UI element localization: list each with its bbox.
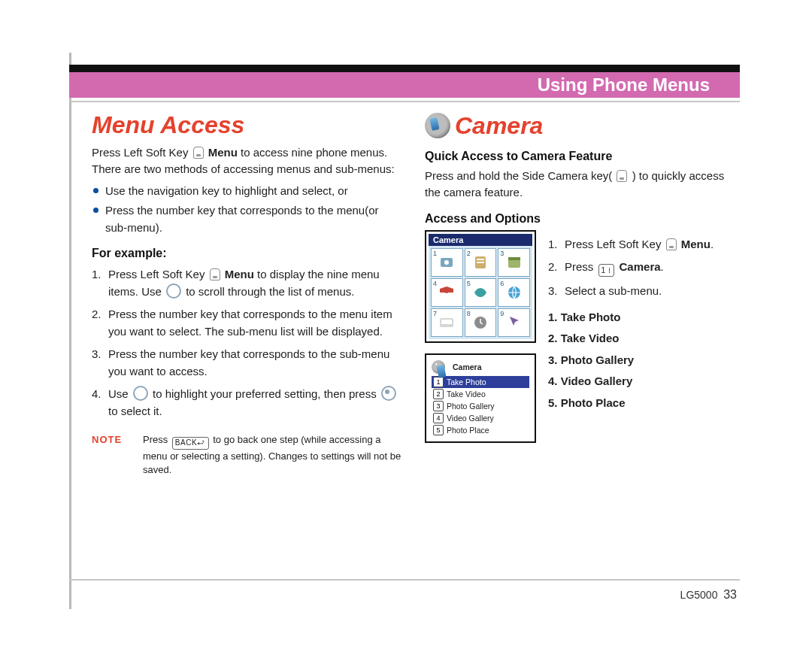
quick-access-text: Press and hold the Side Camera key( ) to… [425, 168, 735, 202]
menu-cell-5: 5 [465, 278, 497, 307]
banner-underline [69, 101, 740, 102]
svg-point-1 [444, 260, 449, 265]
quick-access-heading: Quick Access to Camera Feature [425, 150, 735, 163]
camera-submenu-list: 1. Take Photo 2. Take Video 3. Photo Gal… [548, 309, 735, 412]
camera-menu-row-5: 5Photo Place [432, 424, 529, 436]
cam-step-1: Press Left Soft Key Menu. [548, 236, 735, 253]
bullet-nav: Use the navigation key to highlight and … [92, 183, 402, 200]
ex-step-2: Press the number key that corresponds to… [92, 306, 402, 340]
nav-ring-icon [166, 283, 181, 299]
camera-menu-row-2: 2Take Video [432, 388, 529, 400]
col-left: Menu Access Press Left Soft Key Menu to … [92, 113, 402, 478]
camera-menu-row-1: 1Take Photo [432, 376, 529, 388]
footer-model: LG5000 [680, 589, 718, 601]
camera-menu-row-3: 3Photo Gallery [432, 400, 529, 412]
camera-round-icon [425, 113, 450, 138]
soft-key-icon [193, 147, 204, 159]
menu-access-heading: Menu Access [92, 113, 402, 138]
menu-cell-8: 8 [465, 308, 497, 337]
back-key-icon: BACK⮐ [172, 437, 209, 450]
col-right: Camera Quick Access to Camera Feature Pr… [425, 113, 735, 478]
cam-step-3: Select a sub-menu. [548, 283, 735, 300]
svg-rect-3 [477, 259, 484, 260]
cam-item-2: 2. Take Video [548, 330, 735, 347]
phone-screenshot-grid: Camera 1 2 3 4 5 6 7 8 9 [425, 230, 536, 343]
soft-key-icon [210, 268, 220, 280]
soft-key-icon [666, 238, 677, 250]
menu-cell-7: 7 [431, 308, 463, 337]
ex-step-1: Press Left Soft Key Menu to display the … [92, 266, 402, 300]
menu-cell-1: 1 [431, 248, 463, 277]
example-steps: Press Left Soft Key Menu to display the … [92, 266, 402, 420]
svg-rect-6 [508, 257, 520, 260]
ex-step-3: Press the number key that corresponds to… [92, 346, 402, 380]
nav-ring-icon [133, 386, 148, 401]
for-example-heading: For example: [92, 247, 402, 260]
intro-bullets: Use the navigation key to highlight and … [92, 183, 402, 237]
footer-page: 33 [723, 588, 737, 601]
banner: Using Phone Menus [69, 72, 740, 98]
camera-round-icon [432, 360, 445, 374]
access-options-heading: Access and Options [425, 212, 735, 226]
side-camera-key-icon [617, 170, 627, 182]
camera-menu-title: Camera [453, 362, 482, 371]
note-label: NOTE [92, 433, 132, 478]
left-rule [69, 53, 71, 609]
cam-item-3: 3. Photo Gallery [548, 352, 735, 369]
cam-item-1: 1. Take Photo [548, 309, 735, 326]
ok-ring-icon [381, 386, 396, 401]
top-bar [69, 65, 740, 72]
menu-cell-6: 6 [498, 278, 530, 307]
one-key-icon: 1 ⁞ [598, 264, 615, 277]
bullet-number: Press the number key that corresponds to… [92, 202, 402, 236]
camera-steps: Press Left Soft Key Menu. Press 1 ⁞ Came… [548, 236, 735, 300]
camera-menu-row-4: 4Video Gallery [432, 412, 529, 424]
intro-para: Press Left Soft Key Menu to access nine … [92, 144, 402, 178]
menu-cell-9: 9 [498, 308, 530, 337]
menu-cell-4: 4 [431, 278, 463, 307]
menu-cell-2: 2 [465, 248, 497, 277]
ex-step-4: Use to highlight your preferred setting,… [92, 386, 402, 420]
cam-item-4: 4. Video Gallery [548, 373, 735, 390]
svg-rect-10 [441, 320, 452, 324]
note-block: NOTE Press BACK⮐ to go back one step (wh… [92, 433, 402, 478]
screenshots-row: Camera 1 2 3 4 5 6 7 8 9 [425, 230, 735, 443]
svg-rect-4 [477, 262, 484, 263]
camera-heading: Camera [425, 113, 735, 139]
menu-cell-3: 3 [498, 248, 530, 277]
cam-step-2: Press 1 ⁞ Camera. [548, 259, 735, 277]
svg-rect-7 [440, 291, 453, 293]
banner-title: Using Phone Menus [538, 74, 710, 96]
footer-rule [69, 579, 740, 581]
cam-item-5: 5. Photo Place [548, 395, 735, 412]
grid-title: Camera [429, 234, 532, 246]
page-footer: LG5000 33 [680, 588, 737, 602]
phone-screenshot-camera-menu: Camera 1Take Photo 2Take Video 3Photo Ga… [425, 353, 536, 443]
note-text: Press BACK⮐ to go back one step (while a… [143, 433, 402, 478]
